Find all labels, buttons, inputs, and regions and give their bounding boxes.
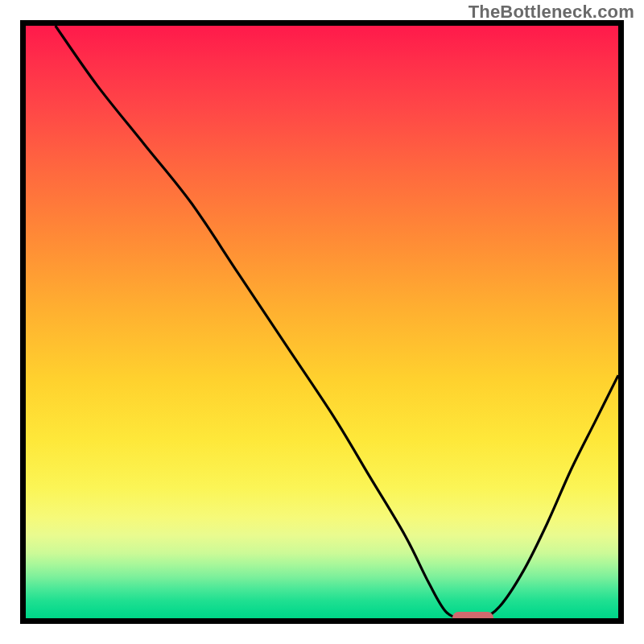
bottleneck-curve-path (56, 26, 618, 618)
plot-frame (20, 20, 624, 624)
bottleneck-curve (26, 26, 618, 618)
chart-root: TheBottleneck.com (0, 0, 644, 644)
optimal-marker (452, 612, 494, 624)
